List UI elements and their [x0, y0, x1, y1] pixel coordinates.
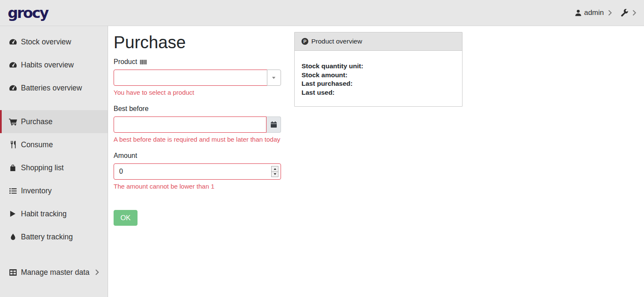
- product-overview-header: P Product overview: [295, 32, 462, 51]
- sidebar-item-label: Purchase: [21, 117, 53, 126]
- stock-amount-label: Stock amount:: [302, 71, 455, 80]
- sidebar-item-inventory[interactable]: Inventory: [0, 179, 108, 202]
- sidebar-item-label: Batteries overview: [21, 83, 82, 93]
- gauge-icon: [9, 61, 17, 68]
- user-icon: [575, 9, 582, 16]
- stepper-up-button[interactable]: [272, 166, 278, 172]
- user-label: admin: [584, 9, 604, 17]
- last-purchased-label: Last purchased:: [302, 79, 455, 88]
- product-circle-icon: P: [302, 38, 308, 45]
- amount-error: The amount cannot be lower than 1: [114, 183, 281, 190]
- product-field-group: Product You have to select a product: [114, 58, 281, 96]
- sidebar-item-purchase[interactable]: Purchase: [0, 110, 108, 133]
- amount-input[interactable]: [114, 163, 281, 180]
- sidebar-item-shopping-list[interactable]: Shopping list: [0, 156, 108, 179]
- page-title: Purchase: [114, 33, 281, 52]
- chevron-down-icon: [272, 77, 275, 79]
- chevron-right-icon[interactable]: [608, 10, 612, 16]
- product-label: Product: [114, 58, 281, 66]
- sidebar-item-habit-tracking[interactable]: Habit tracking: [0, 202, 108, 225]
- stepper-down-button[interactable]: [272, 172, 278, 177]
- shopping-bag-icon: [9, 164, 17, 172]
- purchase-form: Purchase Product You have to select a pr…: [114, 32, 281, 226]
- sidebar-item-stock-overview[interactable]: Stock overview: [0, 30, 108, 53]
- amount-label: Amount: [114, 152, 281, 160]
- calendar-button[interactable]: [266, 116, 281, 133]
- list-icon: [9, 188, 17, 194]
- sidebar-item-battery-tracking[interactable]: Battery tracking: [0, 225, 108, 248]
- stock-quantity-unit-label: Stock quantity unit:: [302, 62, 455, 71]
- amount-field-group: Amount The amount cannot be lower than 1: [114, 152, 281, 190]
- last-used-label: Last used:: [302, 88, 455, 97]
- user-menu[interactable]: admin: [575, 9, 604, 17]
- caret-down-icon: [274, 173, 276, 175]
- grocy-logo[interactable]: grocy: [8, 4, 48, 21]
- best-before-error: A best before date is required and must …: [114, 136, 281, 143]
- table-icon: [9, 269, 17, 276]
- sidebar-item-label: Inventory: [21, 186, 52, 195]
- sidebar-item-manage-master-data[interactable]: Manage master data: [0, 261, 108, 284]
- main-content: Purchase Product You have to select a pr…: [108, 26, 644, 226]
- best-before-field-group: Best before A best before date is requir…: [114, 105, 281, 143]
- sidebar-item-batteries-overview[interactable]: Batteries overview: [0, 76, 108, 99]
- utensils-icon: [9, 141, 17, 148]
- top-navbar: grocy admin: [0, 0, 644, 26]
- barcode-icon: [140, 59, 147, 65]
- product-error: You have to select a product: [114, 89, 281, 96]
- sidebar-item-consume[interactable]: Consume: [0, 133, 108, 156]
- sidebar-item-label: Battery tracking: [21, 232, 73, 242]
- chevron-right-icon: [95, 269, 99, 275]
- sidebar-item-label: Consume: [21, 140, 53, 149]
- gauge-icon: [9, 38, 17, 45]
- sidebar-item-label: Habits overview: [21, 60, 74, 70]
- gauge-icon: [9, 84, 17, 91]
- calendar-icon: [270, 121, 277, 128]
- sidebar-item-label: Stock overview: [21, 37, 71, 47]
- settings-menu[interactable]: [621, 9, 628, 17]
- best-before-input[interactable]: [114, 116, 266, 133]
- ok-button[interactable]: OK: [114, 210, 138, 226]
- sidebar-item-label: Manage master data: [21, 268, 90, 277]
- amount-stepper[interactable]: [271, 166, 278, 177]
- product-dropdown-button[interactable]: [267, 70, 281, 86]
- chevron-right-icon[interactable]: [632, 10, 636, 16]
- play-icon: [9, 210, 17, 217]
- caret-up-icon: [274, 168, 276, 170]
- product-overview-body: Stock quantity unit: Stock amount: Last …: [295, 51, 462, 106]
- sidebar-item-label: Habit tracking: [21, 209, 67, 218]
- best-before-label: Best before: [114, 105, 281, 113]
- sidebar-item-label: Shopping list: [21, 163, 64, 172]
- product-overview-card: P Product overview Stock quantity unit: …: [294, 32, 463, 107]
- navbar-right: admin: [575, 9, 636, 17]
- wrench-icon: [621, 9, 628, 17]
- shopping-cart-icon: [9, 118, 17, 125]
- sidebar-item-habits-overview[interactable]: Habits overview: [0, 53, 108, 76]
- droplet-icon: [9, 233, 17, 241]
- sidebar: Stock overview Habits overview Batteries…: [0, 26, 108, 297]
- product-input[interactable]: [114, 70, 267, 86]
- product-overview-title: Product overview: [311, 38, 362, 45]
